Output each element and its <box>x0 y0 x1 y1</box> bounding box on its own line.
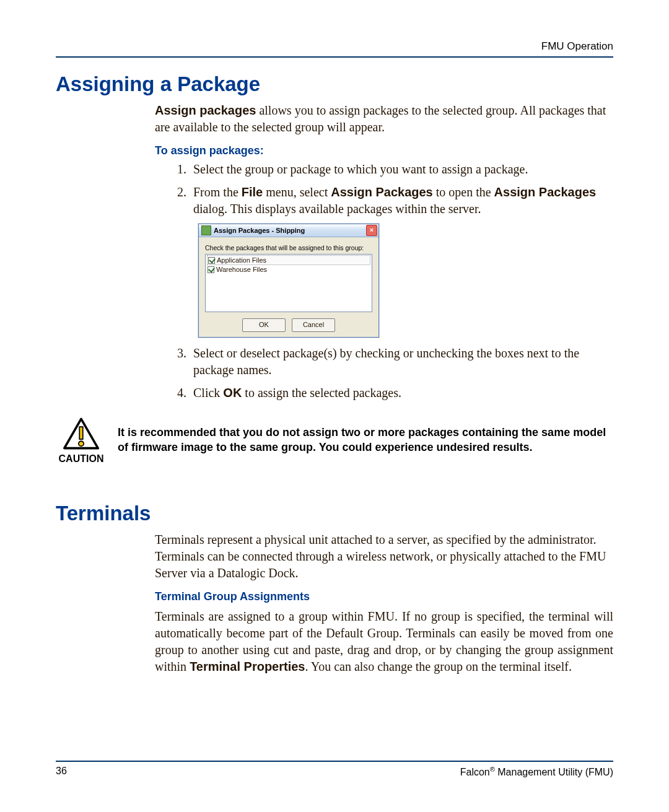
assign-packages-dialog: Assign Packages - Shipping × Check the p… <box>198 224 379 338</box>
caution-text: It is recommended that you do not assign… <box>118 425 613 455</box>
list-item[interactable]: Warehouse Files <box>207 265 370 274</box>
caution-block: CAUTION It is recommended that you do no… <box>56 415 613 465</box>
list-item[interactable]: Application Files <box>207 255 370 265</box>
step4-part: Click <box>193 386 223 399</box>
intro-paragraph: Assign packages allows you to assign pac… <box>155 102 613 136</box>
registered-icon: ® <box>490 766 495 773</box>
p2-term-props: Terminal Properties <box>190 660 305 673</box>
checkbox-icon[interactable] <box>208 266 214 273</box>
steps-list: Select the group or package to which you… <box>155 161 613 401</box>
dialog-title: Assign Packages - Shipping <box>214 226 366 235</box>
terminals-p1: Terminals represent a physical unit atta… <box>155 531 613 582</box>
header-right: FMU Operation <box>56 40 613 53</box>
step-3: Select or deselect package(s) by checkin… <box>190 345 613 378</box>
footer-product: Falcon® Management Utility (FMU) <box>460 766 613 778</box>
step2-part: menu, select <box>263 185 331 199</box>
terminals-p2: Terminals are assigned to a group within… <box>155 608 613 675</box>
subhead-terminal-group: Terminal Group Assignments <box>155 590 613 603</box>
section-title-assigning: Assigning a Package <box>56 72 613 96</box>
caution-label: CAUTION <box>56 453 107 465</box>
intro-lead: Assign packages <box>155 103 256 117</box>
section-title-terminals: Terminals <box>56 502 613 525</box>
step2-part: From the <box>193 185 242 199</box>
footer-page-number: 36 <box>56 766 67 778</box>
step2-part: to open the <box>433 185 494 199</box>
footer-product-name: Falcon <box>460 767 490 777</box>
step2-file: File <box>242 185 263 199</box>
svg-rect-1 <box>79 427 82 439</box>
svg-point-2 <box>79 441 84 446</box>
close-icon[interactable]: × <box>366 225 377 236</box>
dialog-titlebar: Assign Packages - Shipping × <box>199 224 378 237</box>
step2-part: dialog. This displays available packages… <box>193 202 481 216</box>
dialog-app-icon <box>201 225 211 235</box>
caution-icon <box>63 417 99 450</box>
list-item-label: Warehouse Files <box>216 265 267 274</box>
ok-button[interactable]: OK <box>242 318 286 332</box>
dialog-package-list[interactable]: Application Files Warehouse Files <box>205 254 372 312</box>
checkbox-icon[interactable] <box>208 257 215 264</box>
footer-product-suffix: Management Utility (FMU) <box>495 767 613 777</box>
step4-part: to assign the selected packages. <box>242 386 401 399</box>
step-4: Click OK to assign the selected packages… <box>190 385 613 401</box>
step2-assign2: Assign Packages <box>494 185 597 199</box>
subhead-to-assign: To assign packages: <box>155 144 613 157</box>
step4-ok: OK <box>223 386 242 399</box>
cancel-button[interactable]: Cancel <box>292 318 335 332</box>
list-item-label: Application Files <box>217 256 266 265</box>
step-1: Select the group or package to which you… <box>190 161 613 178</box>
p2-part: . You can also change the group on the t… <box>305 660 571 673</box>
step-2: From the File menu, select Assign Packag… <box>190 184 613 338</box>
page-footer: 36 Falcon® Management Utility (FMU) <box>56 761 613 778</box>
step2-assign1: Assign Packages <box>331 185 433 199</box>
dialog-instruction: Check the packages that will be assigned… <box>205 243 372 252</box>
